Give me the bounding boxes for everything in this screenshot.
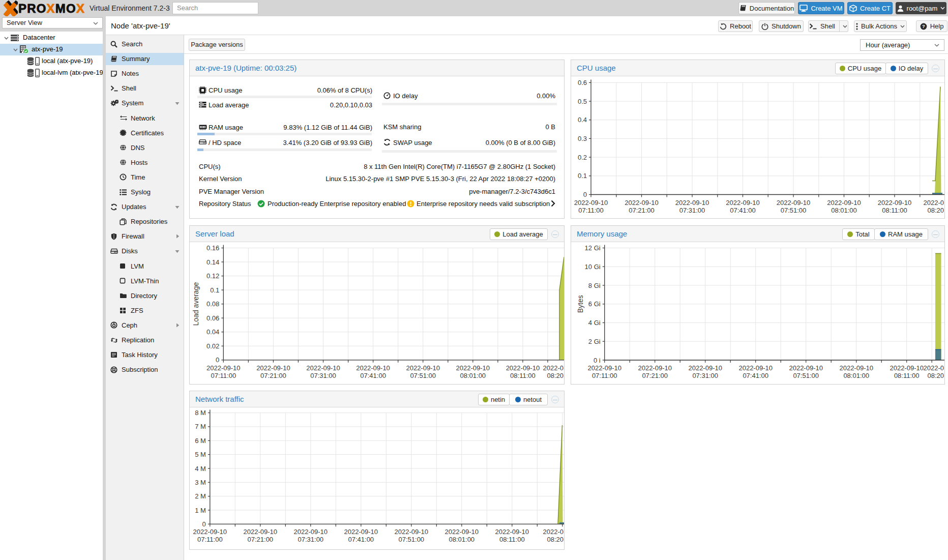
svg-text:0.5: 0.5 <box>578 98 587 105</box>
svg-text:08:01:00: 08:01:00 <box>831 207 857 214</box>
svg-text:2022-0: 2022-0 <box>924 364 944 372</box>
svg-text:2022-09-10: 2022-09-10 <box>256 364 290 372</box>
svg-text:2022-0: 2022-0 <box>543 528 564 536</box>
svg-text:2022-09-10: 2022-09-10 <box>688 364 722 372</box>
svg-text:0.2: 0.2 <box>578 154 587 161</box>
svg-text:?: ? <box>922 23 925 29</box>
svg-text:0.14: 0.14 <box>206 258 219 266</box>
svg-text:07:31:00: 07:31:00 <box>692 372 718 379</box>
svg-text:07:21:00: 07:21:00 <box>260 372 286 379</box>
svg-text:0.08: 0.08 <box>206 300 219 308</box>
svg-text:2022-09-10: 2022-09-10 <box>294 528 328 536</box>
svg-text:2022-09-10: 2022-09-10 <box>675 199 709 207</box>
svg-text:2022-09-10: 2022-09-10 <box>839 364 873 372</box>
svg-text:2022-09-10: 2022-09-10 <box>638 364 672 372</box>
svg-text:07:21:00: 07:21:00 <box>247 536 273 543</box>
svg-text:2 M: 2 M <box>195 492 206 500</box>
svg-text:2022-09-10: 2022-09-10 <box>506 364 540 372</box>
svg-text:08:01:00: 08:01:00 <box>843 372 869 379</box>
svg-text:2022-09-10: 2022-09-10 <box>495 528 529 536</box>
svg-text:2022-09-10: 2022-09-10 <box>625 199 659 207</box>
svg-text:0: 0 <box>216 356 219 364</box>
svg-text:07:41:00: 07:41:00 <box>743 372 768 379</box>
svg-text:2022-09-10: 2022-09-10 <box>244 528 278 536</box>
svg-text:0.12: 0.12 <box>206 272 219 280</box>
svg-text:07:11:00: 07:11:00 <box>211 372 236 379</box>
svg-text:07:11:00: 07:11:00 <box>592 372 617 379</box>
svg-text:07:41:00: 07:41:00 <box>360 372 386 379</box>
svg-text:2022-09-10: 2022-09-10 <box>306 364 340 372</box>
svg-text:08:20: 08:20 <box>927 207 944 214</box>
svg-text:2022-09-10: 2022-09-10 <box>406 364 440 372</box>
svg-text:2022-09-10: 2022-09-10 <box>587 364 621 372</box>
svg-text:08:20: 08:20 <box>547 372 564 379</box>
svg-text:2022-09-10: 2022-09-10 <box>445 528 479 536</box>
svg-text:6 Gi: 6 Gi <box>588 300 601 308</box>
svg-text:08:20: 08:20 <box>547 536 564 543</box>
svg-text:2022-09-10: 2022-09-10 <box>206 364 241 372</box>
svg-text:0.6: 0.6 <box>578 79 587 86</box>
svg-text:2 Gi: 2 Gi <box>588 338 601 345</box>
svg-text:08:11:00: 08:11:00 <box>882 207 907 214</box>
svg-text:0.4: 0.4 <box>578 116 587 124</box>
svg-text:08:11:00: 08:11:00 <box>499 536 525 543</box>
svg-text:08:01:00: 08:01:00 <box>449 536 475 543</box>
svg-text:Bytes: Bytes <box>576 295 584 313</box>
svg-text:07:21:00: 07:21:00 <box>642 372 668 379</box>
svg-text:0.1: 0.1 <box>210 286 219 294</box>
svg-text:07:31:00: 07:31:00 <box>310 372 336 379</box>
svg-text:07:31:00: 07:31:00 <box>679 207 705 214</box>
svg-text:2022-09-10: 2022-09-10 <box>344 528 378 536</box>
svg-text:2022-09-10: 2022-09-10 <box>726 199 760 207</box>
svg-text:08:01:00: 08:01:00 <box>460 372 486 379</box>
svg-text:7 M: 7 M <box>195 423 206 430</box>
svg-text:07:51:00: 07:51:00 <box>410 372 436 379</box>
svg-text:0.06: 0.06 <box>206 314 219 322</box>
svg-text:2022-09-10: 2022-09-10 <box>738 364 773 372</box>
svg-text:2022-09-10: 2022-09-10 <box>777 199 811 207</box>
svg-text:2022-09-10: 2022-09-10 <box>789 364 823 372</box>
svg-text:08:11:00: 08:11:00 <box>510 372 536 379</box>
svg-text:8 M: 8 M <box>195 409 206 417</box>
svg-text:2022-09-10: 2022-09-10 <box>878 199 912 207</box>
svg-text:6 M: 6 M <box>195 437 206 445</box>
svg-text:07:41:00: 07:41:00 <box>730 207 756 214</box>
svg-text:2022-09-10: 2022-09-10 <box>827 199 861 207</box>
svg-text:2022-09-10: 2022-09-10 <box>574 199 608 207</box>
svg-text:08:11:00: 08:11:00 <box>894 372 920 379</box>
svg-text:07:51:00: 07:51:00 <box>781 207 807 214</box>
svg-text:8 Gi: 8 Gi <box>588 282 601 289</box>
svg-text:08:20: 08:20 <box>927 372 944 379</box>
svg-text:5 M: 5 M <box>195 451 206 458</box>
svg-text:2022-0: 2022-0 <box>543 364 564 372</box>
svg-text:07:11:00: 07:11:00 <box>197 536 223 543</box>
svg-text:0.16: 0.16 <box>206 244 219 252</box>
svg-text:0.02: 0.02 <box>206 342 219 350</box>
svg-text:12 Gi: 12 Gi <box>585 244 601 252</box>
svg-text:3 M: 3 M <box>195 479 206 486</box>
svg-text:07:51:00: 07:51:00 <box>793 372 819 379</box>
svg-text:2022-09-10: 2022-09-10 <box>456 364 490 372</box>
svg-text:1 M: 1 M <box>195 507 206 514</box>
svg-text:2022-09-10: 2022-09-10 <box>193 528 227 536</box>
svg-text:10 Gi: 10 Gi <box>585 263 601 271</box>
svg-text:Load average: Load average <box>192 282 200 326</box>
svg-text:0.1: 0.1 <box>578 172 587 180</box>
svg-text:0: 0 <box>583 191 587 198</box>
svg-text:4 M: 4 M <box>195 465 206 473</box>
svg-text:0.3: 0.3 <box>578 135 587 142</box>
svg-text:07:31:00: 07:31:00 <box>298 536 323 543</box>
svg-text:4 Gi: 4 Gi <box>588 319 601 327</box>
svg-text:2022-0: 2022-0 <box>924 199 944 207</box>
svg-text:07:11:00: 07:11:00 <box>578 207 604 214</box>
svg-text:2022-09-10: 2022-09-10 <box>356 364 390 372</box>
svg-text:2022-09-10: 2022-09-10 <box>890 364 924 372</box>
svg-text:0 i: 0 i <box>594 357 601 364</box>
svg-text:0.04: 0.04 <box>206 328 219 336</box>
svg-text:2022-09-10: 2022-09-10 <box>395 528 429 536</box>
svg-text:07:41:00: 07:41:00 <box>348 536 374 543</box>
svg-text:07:21:00: 07:21:00 <box>629 207 655 214</box>
svg-text:0: 0 <box>202 520 206 528</box>
svg-text:07:51:00: 07:51:00 <box>398 536 424 543</box>
